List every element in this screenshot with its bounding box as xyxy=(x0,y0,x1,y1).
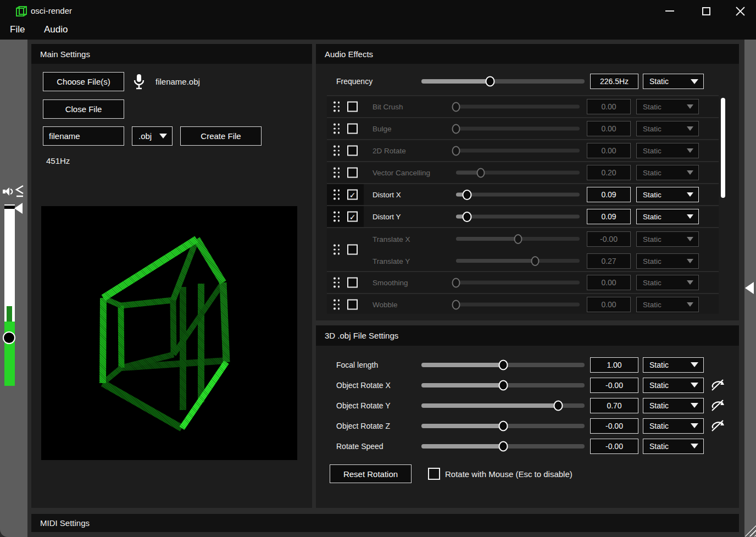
rotation-axis-disabled-icon[interactable] xyxy=(710,398,725,413)
effect-checkbox[interactable] xyxy=(347,124,358,134)
effect-slider[interactable] xyxy=(456,193,580,197)
effect-value[interactable]: 0.00 xyxy=(587,99,631,114)
drag-handle-icon[interactable] xyxy=(333,300,340,310)
drag-handle-icon[interactable] xyxy=(333,102,340,112)
effect-mode-dropdown[interactable]: Static xyxy=(636,99,699,114)
drag-handle-icon[interactable] xyxy=(333,168,340,178)
effect-value[interactable]: 0.09 xyxy=(587,209,631,224)
setting-value[interactable]: -0.00 xyxy=(590,418,638,434)
effect-slider-thumb[interactable] xyxy=(514,234,522,244)
effect-mode-dropdown[interactable]: Static xyxy=(636,143,699,158)
filename-input[interactable] xyxy=(43,126,124,146)
setting-value[interactable]: 0.70 xyxy=(590,398,638,413)
setting-mode-dropdown[interactable]: Static xyxy=(643,357,704,373)
effect-slider-thumb[interactable] xyxy=(463,190,472,200)
effect-slider[interactable] xyxy=(456,237,580,241)
drag-handle-icon[interactable] xyxy=(333,124,340,134)
effect-checkbox[interactable]: ✓ xyxy=(347,190,358,200)
setting-slider[interactable] xyxy=(421,424,585,428)
effect-value[interactable]: 0.00 xyxy=(587,275,631,290)
frequency-slider[interactable] xyxy=(421,79,585,84)
drag-handle-icon[interactable] xyxy=(333,245,340,255)
effect-value[interactable]: 0.00 xyxy=(587,121,631,136)
rotation-axis-disabled-icon[interactable] xyxy=(710,419,725,433)
effect-value[interactable]: 0.27 xyxy=(587,253,631,269)
effect-mode-dropdown[interactable]: Static xyxy=(636,253,699,269)
effect-slider[interactable] xyxy=(456,281,580,285)
setting-slider[interactable] xyxy=(421,444,585,449)
setting-slider-thumb[interactable] xyxy=(554,400,563,411)
effect-slider[interactable] xyxy=(456,215,580,219)
drag-handle-icon[interactable] xyxy=(333,212,340,222)
setting-slider[interactable] xyxy=(421,363,585,367)
effect-slider-thumb[interactable] xyxy=(531,256,540,266)
effect-value[interactable]: 0.20 xyxy=(587,165,631,180)
create-file-button[interactable]: Create File xyxy=(180,126,262,146)
effect-slider-thumb[interactable] xyxy=(452,124,460,134)
effect-value[interactable]: 0.00 xyxy=(587,143,631,158)
effect-checkbox[interactable] xyxy=(347,300,358,310)
speaker-icon[interactable] xyxy=(2,185,14,197)
effect-slider[interactable] xyxy=(456,105,580,109)
setting-value[interactable]: -0.00 xyxy=(590,439,638,454)
setting-slider-thumb[interactable] xyxy=(498,359,508,370)
panel-collapse-arrow-icon[interactable] xyxy=(745,282,754,294)
minimize-button[interactable] xyxy=(657,0,682,22)
effect-checkbox[interactable] xyxy=(347,168,358,178)
setting-slider[interactable] xyxy=(421,383,585,387)
effect-mode-dropdown[interactable]: Static xyxy=(636,297,699,312)
effect-mode-dropdown[interactable]: Static xyxy=(636,165,699,180)
effect-value[interactable]: 0.09 xyxy=(587,187,631,202)
volume-knob[interactable] xyxy=(3,331,15,344)
effect-slider-thumb[interactable] xyxy=(452,278,460,287)
effects-scrollbar[interactable] xyxy=(721,98,725,198)
effect-slider[interactable] xyxy=(456,149,580,153)
menu-audio[interactable]: Audio xyxy=(44,24,68,35)
effect-mode-dropdown[interactable]: Static xyxy=(636,187,699,202)
setting-value[interactable]: 1.00 xyxy=(590,357,638,373)
midi-settings-bar[interactable]: MIDI Settings xyxy=(31,514,739,532)
menu-file[interactable]: File xyxy=(10,24,25,35)
effect-checkbox[interactable] xyxy=(347,245,358,255)
effect-checkbox[interactable]: ✓ xyxy=(347,212,358,222)
drag-handle-icon[interactable] xyxy=(333,146,340,156)
effect-slider-thumb[interactable] xyxy=(452,102,460,112)
effect-slider[interactable] xyxy=(456,303,580,307)
extension-select[interactable]: .obj xyxy=(132,126,173,146)
effect-mode-dropdown[interactable]: Static xyxy=(636,231,699,247)
effect-value[interactable]: 0.00 xyxy=(587,297,631,312)
setting-mode-dropdown[interactable]: Static xyxy=(643,378,704,393)
drag-handle-icon[interactable] xyxy=(333,278,340,288)
reset-rotation-button[interactable]: Reset Rotation xyxy=(330,464,412,483)
effect-slider[interactable] xyxy=(456,259,580,263)
frequency-value[interactable]: 226.5Hz xyxy=(590,74,638,89)
effect-checkbox[interactable] xyxy=(347,278,358,288)
effect-slider-thumb[interactable] xyxy=(452,300,460,309)
setting-slider-thumb[interactable] xyxy=(498,380,508,390)
effect-slider[interactable] xyxy=(456,171,580,175)
effect-slider[interactable] xyxy=(456,127,580,131)
effect-slider-thumb[interactable] xyxy=(452,146,460,156)
setting-mode-dropdown[interactable]: Static xyxy=(643,418,704,434)
effect-checkbox[interactable] xyxy=(347,102,358,112)
maximize-button[interactable] xyxy=(693,0,719,22)
frequency-slider-thumb[interactable] xyxy=(485,76,494,87)
effect-checkbox[interactable] xyxy=(347,146,358,156)
choose-files-button[interactable]: Choose File(s) xyxy=(43,72,124,91)
close-button[interactable] xyxy=(727,0,753,22)
microphone-icon[interactable] xyxy=(134,74,144,90)
rotate-with-mouse-checkbox[interactable] xyxy=(428,468,440,480)
setting-mode-dropdown[interactable]: Static xyxy=(643,398,704,413)
setting-slider[interactable] xyxy=(421,403,585,408)
effect-slider-thumb[interactable] xyxy=(463,212,472,222)
close-file-button[interactable]: Close File xyxy=(43,99,124,119)
frequency-mode-dropdown[interactable]: Static xyxy=(643,74,704,89)
volume-threshold-handle[interactable] xyxy=(14,203,23,214)
effect-mode-dropdown[interactable]: Static xyxy=(636,275,699,290)
effect-slider-thumb[interactable] xyxy=(477,168,485,178)
effect-mode-dropdown[interactable]: Static xyxy=(636,209,699,224)
oscilloscope-preview[interactable] xyxy=(41,206,297,460)
effect-mode-dropdown[interactable]: Static xyxy=(636,121,699,136)
setting-value[interactable]: -0.00 xyxy=(590,378,638,393)
effect-value[interactable]: -0.00 xyxy=(587,231,631,247)
